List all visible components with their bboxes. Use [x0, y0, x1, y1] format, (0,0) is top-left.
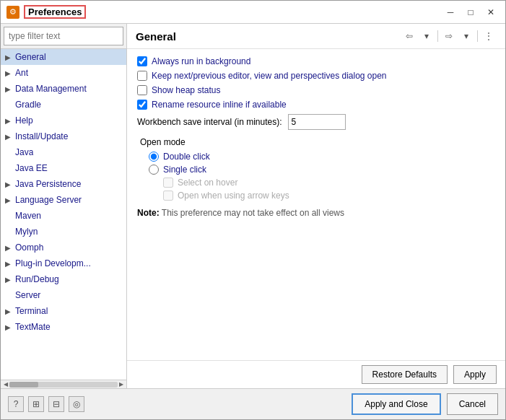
cancel-button[interactable]: Cancel [447, 393, 498, 415]
sidebar-hscroll-track[interactable] [9, 382, 118, 388]
sidebar-item-java[interactable]: Java [1, 144, 126, 160]
radio-double-click[interactable] [149, 152, 159, 162]
checkbox-row-show-heap-status: Show heap status [137, 85, 495, 95]
sidebar-item-java-ee[interactable]: Java EE [1, 160, 126, 176]
sidebar-item-data-management[interactable]: ▶Data Management [1, 81, 126, 97]
title-bar: ⚙ Preferences ─ □ ✕ [1, 1, 505, 24]
scroll-left-arrow[interactable]: ◀ [2, 381, 9, 388]
sidebar: ▶General▶Ant▶Data Management Gradle▶Help… [1, 24, 127, 388]
sub-option-row-select-on-hover: Select on hover [137, 178, 495, 188]
restore-defaults-button[interactable]: Restore Defaults [362, 365, 448, 384]
radio-row-single-click: Single click [137, 165, 495, 175]
close-button[interactable]: ✕ [482, 5, 500, 19]
apply-and-close-button[interactable]: Apply and Close [352, 393, 440, 415]
preferences-dialog: ⚙ Preferences ─ □ ✕ ▶General▶Ant▶Data Ma… [0, 0, 506, 420]
maximize-button[interactable]: □ [462, 5, 479, 19]
radio-label-single-click[interactable]: Single click [163, 165, 206, 175]
apply-button[interactable]: Apply [453, 365, 497, 384]
sidebar-item-label: Java [15, 147, 33, 157]
sub-option-label-select-on-hover: Select on hover [178, 178, 237, 188]
menu-button[interactable]: ⋮ [481, 28, 497, 44]
sidebar-item-server[interactable]: Server [1, 287, 126, 303]
workbench-save-interval-label: Workbench save interval (in minutes): [137, 117, 282, 127]
sidebar-item-help[interactable]: ▶Help [1, 113, 126, 128]
back-button[interactable]: ⇦ [401, 28, 417, 44]
sidebar-item-run-debug[interactable]: ▶Run/Debug [1, 271, 126, 287]
sidebar-item-plug-in-development[interactable]: ▶Plug-in Developm... [1, 255, 126, 271]
import-icon[interactable]: ⊟ [48, 396, 64, 412]
sub-option-label-open-when-arrow: Open when using arrow keys [178, 191, 289, 201]
checkbox-label-keep-next-prev[interactable]: Keep next/previous editor, view and pers… [152, 71, 387, 81]
sub-option-checkbox-select-on-hover [163, 178, 173, 188]
checkbox-show-heap-status[interactable] [137, 85, 147, 95]
sidebar-item-language-server[interactable]: ▶Language Server [1, 192, 126, 208]
sidebar-item-label: General [15, 52, 46, 62]
main-toolbar: ⇦ ▾ ⇨ ▾ ⋮ [401, 28, 497, 44]
checkbox-label-rename-resource-inline[interactable]: Rename resource inline if available [152, 100, 287, 110]
settings-icon[interactable]: ◎ [69, 396, 84, 412]
dialog-footer: ?⊞⊟◎ Apply and Close Cancel [1, 388, 505, 419]
chevron-right-icon: ▶ [5, 196, 15, 204]
sidebar-item-label: Language Server [15, 195, 82, 205]
checkbox-label-show-heap-status[interactable]: Show heap status [152, 85, 220, 95]
main-footer: Restore Defaults Apply [127, 360, 505, 388]
sidebar-item-java-persistence[interactable]: ▶Java Persistence [1, 176, 126, 192]
sidebar-item-mylyn[interactable]: Mylyn [1, 224, 126, 240]
sidebar-hscroll-thumb [9, 382, 38, 388]
sidebar-item-textmate[interactable]: ▶TextMate [1, 319, 126, 335]
help-icon[interactable]: ? [8, 396, 24, 412]
chevron-right-icon: ▶ [5, 180, 15, 188]
chevron-right-icon: ▶ [5, 69, 15, 77]
sub-option-checkbox-open-when-arrow [163, 191, 173, 201]
sidebar-item-general[interactable]: ▶General [1, 49, 126, 65]
sidebar-item-install-update[interactable]: ▶Install/Update [1, 128, 126, 144]
sidebar-item-ant[interactable]: ▶Ant [1, 65, 126, 81]
export-icon[interactable]: ⊞ [28, 396, 44, 412]
search-input[interactable] [4, 27, 123, 45]
dialog-footer-buttons: Apply and Close Cancel [352, 393, 498, 415]
workbench-save-interval-input[interactable] [288, 114, 346, 130]
chevron-right-icon: ▶ [5, 276, 15, 284]
sidebar-item-maven[interactable]: Maven [1, 208, 126, 224]
sidebar-item-terminal[interactable]: ▶Terminal [1, 303, 126, 319]
sidebar-item-label: Java Persistence [15, 179, 81, 189]
checkbox-row-keep-next-prev: Keep next/previous editor, view and pers… [137, 71, 495, 81]
workbench-save-interval-row: Workbench save interval (in minutes): [137, 114, 495, 130]
forward-dropdown-button[interactable]: ▾ [458, 28, 474, 44]
sidebar-item-oomph[interactable]: ▶Oomph [1, 240, 126, 255]
sidebar-item-label: Ant [15, 68, 28, 78]
window-controls: ─ □ ✕ [442, 5, 500, 19]
checkbox-label-always-run-background[interactable]: Always run in background [152, 56, 250, 66]
radio-label-double-click[interactable]: Double click [163, 152, 210, 162]
checkbox-keep-next-prev[interactable] [137, 71, 147, 81]
toolbar-divider-2 [477, 30, 478, 42]
forward-button[interactable]: ⇨ [441, 28, 457, 44]
sidebar-item-label: Oomph [15, 242, 43, 253]
sidebar-item-label: Java EE [15, 163, 48, 173]
minimize-button[interactable]: ─ [442, 5, 459, 19]
sidebar-item-label: Gradle [15, 100, 41, 110]
checkbox-rename-resource-inline[interactable] [137, 100, 147, 110]
chevron-right-icon: ▶ [5, 53, 15, 61]
radio-single-click[interactable] [149, 165, 159, 175]
sidebar-item-label: Plug-in Developm... [15, 258, 91, 268]
chevron-right-icon: ▶ [5, 85, 15, 93]
checkbox-always-run-background[interactable] [137, 56, 147, 66]
toolbar-divider [437, 30, 438, 42]
sidebar-item-label: Mylyn [15, 227, 38, 237]
dialog-footer-icons: ?⊞⊟◎ [8, 396, 84, 412]
sidebar-scrollbar: ◀ ▶ [1, 380, 126, 388]
main-content: Always run in backgroundKeep next/previo… [127, 49, 505, 360]
sub-option-row-open-when-arrow: Open when using arrow keys [137, 191, 495, 201]
sidebar-item-label: Maven [15, 211, 41, 221]
radio-row-double-click: Double click [137, 152, 495, 162]
sidebar-item-gradle[interactable]: Gradle [1, 97, 126, 113]
note-row: Note: This preference may not take effec… [137, 208, 495, 218]
content-area: ▶General▶Ant▶Data Management Gradle▶Help… [1, 24, 505, 388]
search-bar [1, 24, 126, 49]
dialog-title: Preferences [24, 5, 86, 19]
scroll-right-arrow[interactable]: ▶ [118, 381, 125, 388]
note-text: This preference may not take effect on a… [162, 208, 344, 218]
sidebar-item-label: Install/Update [15, 131, 68, 141]
back-dropdown-button[interactable]: ▾ [419, 28, 435, 44]
